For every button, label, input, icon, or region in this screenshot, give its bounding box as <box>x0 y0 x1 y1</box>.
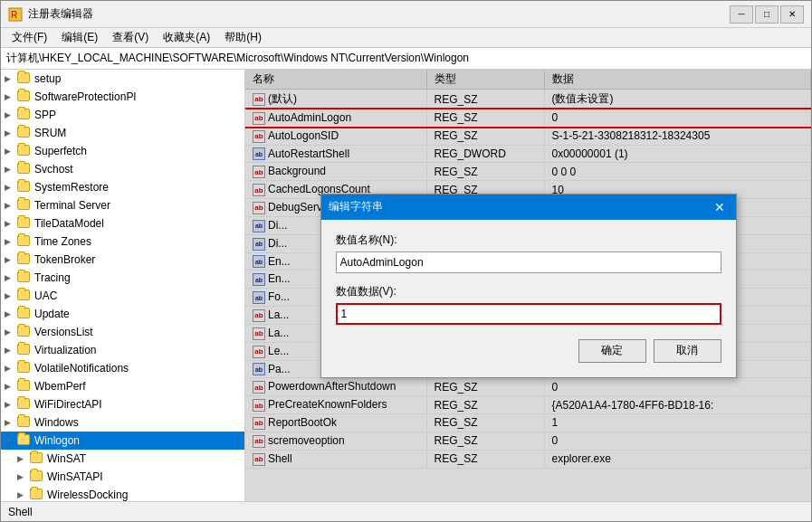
tree-item-winsatapi[interactable]: ▶ WinSATAPI <box>1 468 244 486</box>
tree-label: TileDataModel <box>34 217 104 230</box>
folder-icon <box>17 271 32 284</box>
folder-icon <box>17 181 32 194</box>
tree-arrow: ▶ <box>17 490 30 499</box>
menu-help[interactable]: 帮助(H) <box>217 28 269 47</box>
tree-item-winlogon[interactable]: ▼ Winlogon <box>1 432 244 450</box>
tree-arrow: ▶ <box>5 255 17 264</box>
folder-icon <box>17 416 32 429</box>
tree-item-spp2[interactable]: ▶ SoftwareProtectionPl <box>1 88 244 106</box>
folder-icon <box>17 380 32 393</box>
tree-item-wifidirectapi[interactable]: ▶ WiFiDirectAPI <box>1 395 244 413</box>
tree-arrow: ▼ <box>5 436 17 445</box>
folder-icon <box>17 398 32 411</box>
folder-icon <box>17 90 32 103</box>
minimize-button[interactable]: ─ <box>730 5 753 24</box>
tree-arrow: ▶ <box>5 201 17 210</box>
tree-label: SPP <box>34 109 56 121</box>
tree-item-setup[interactable]: ▶ setup <box>1 70 244 88</box>
menu-view[interactable]: 查看(V) <box>105 28 156 47</box>
menu-bar: 文件(F) 编辑(E) 查看(V) 收藏夹(A) 帮助(H) <box>1 28 811 48</box>
folder-icon <box>17 308 32 320</box>
tree-item-wbemperf[interactable]: ▶ WbemPerf <box>1 377 244 395</box>
tree-item-volatilenotifications[interactable]: ▶ VolatileNotifications <box>1 359 244 377</box>
folder-icon-open <box>17 434 32 447</box>
tree-label: Winlogon <box>34 434 80 447</box>
menu-favorites[interactable]: 收藏夹(A) <box>156 28 217 47</box>
folder-icon <box>17 235 32 248</box>
tree-arrow: ▶ <box>5 92 17 101</box>
tree-label: Svchost <box>34 163 73 176</box>
dialog-close-button[interactable]: ✕ <box>711 199 729 215</box>
tree-arrow: ▶ <box>5 110 17 119</box>
tree-item-tracing[interactable]: ▶ Tracing <box>1 269 244 287</box>
title-controls: ─ □ ✕ <box>730 5 804 24</box>
cancel-button[interactable]: 取消 <box>654 339 721 363</box>
app-title: 注册表编辑器 <box>28 6 93 22</box>
tree-item-terminalserver[interactable]: ▶ Terminal Server <box>1 196 244 214</box>
close-button[interactable]: ✕ <box>780 5 804 24</box>
tree-item-timezones[interactable]: ▶ Time Zones <box>1 233 244 251</box>
tree-item-svchost[interactable]: ▶ Svchost <box>1 160 244 178</box>
folder-icon <box>30 452 44 465</box>
tree-item-tokenbroker[interactable]: ▶ TokenBroker <box>1 251 244 269</box>
maximize-button[interactable]: □ <box>755 5 779 24</box>
folder-icon <box>17 145 32 157</box>
tree-item-wirelessdocking[interactable]: ▶ WirelessDocking <box>1 486 244 501</box>
tree-label: SystemRestore <box>34 181 109 194</box>
tree-item-tiledatamodel[interactable]: ▶ TileDataModel <box>1 214 244 233</box>
tree-label: Time Zones <box>34 235 91 248</box>
tree-arrow: ▶ <box>17 472 30 481</box>
tree-item-srum[interactable]: ▶ SRUM <box>1 124 244 142</box>
tree-item-spp[interactable]: ▶ SPP <box>1 106 244 124</box>
title-bar: R 注册表编辑器 ─ □ ✕ <box>1 1 811 28</box>
tree-label: TokenBroker <box>34 253 95 266</box>
folder-icon <box>17 326 32 338</box>
tree-arrow: ▶ <box>17 454 30 463</box>
tree-arrow: ▶ <box>5 346 17 355</box>
tree-label: UAC <box>34 289 57 302</box>
tree-arrow: ▶ <box>5 382 17 391</box>
tree-arrow: ▶ <box>5 400 17 409</box>
tree-label: setup <box>34 72 61 85</box>
tree-label: Terminal Server <box>34 199 110 212</box>
registry-panel[interactable]: 名称 类型 数据 ab(默认)REG_SZ(数值未设置)abAutoAdminL… <box>245 70 811 501</box>
tree-arrow: ▶ <box>5 165 17 174</box>
folder-icon <box>30 489 44 501</box>
dialog-title: 编辑字符串 <box>329 199 383 214</box>
tree-arrow: ▶ <box>5 74 17 83</box>
menu-edit[interactable]: 编辑(E) <box>54 28 105 47</box>
tree-label: WinSATAPI <box>47 470 103 483</box>
breadcrumb: 计算机\HKEY_LOCAL_MACHINE\SOFTWARE\Microsof… <box>1 48 811 70</box>
folder-icon <box>17 127 32 139</box>
tree-item-systemrestore[interactable]: ▶ SystemRestore <box>1 178 244 196</box>
tree-item-uac[interactable]: ▶ UAC <box>1 287 244 305</box>
tree-label: Tracing <box>34 271 71 284</box>
menu-file[interactable]: 文件(F) <box>5 28 54 47</box>
edit-string-dialog: 编辑字符串 ✕ 数值名称(N): 数值数据(V): 确定 取消 <box>320 194 737 378</box>
tree-item-virtualization[interactable]: ▶ Virtualization <box>1 341 244 359</box>
tree-label: VolatileNotifications <box>34 362 129 375</box>
tree-item-winsat[interactable]: ▶ WinSAT <box>1 450 244 468</box>
tree-label: SRUM <box>34 127 66 139</box>
folder-icon <box>17 163 32 176</box>
tree-item-windows[interactable]: ▶ Windows <box>1 413 244 432</box>
tree-item-versionslist[interactable]: ▶ VersionsList <box>1 323 244 341</box>
tree-arrow: ▶ <box>5 237 17 246</box>
value-data-input[interactable] <box>336 303 721 325</box>
tree-item-superfetch[interactable]: ▶ Superfetch <box>1 142 244 160</box>
tree-arrow: ▶ <box>5 291 17 300</box>
tree-panel[interactable]: ▶ setup ▶ SoftwareProtectionPl ▶ SPP ▶ S… <box>1 70 245 501</box>
folder-icon <box>17 199 32 212</box>
value-name-input[interactable] <box>336 252 721 273</box>
tree-arrow: ▶ <box>5 128 17 138</box>
tree-item-update[interactable]: ▶ Update <box>1 305 244 323</box>
folder-icon <box>17 217 32 230</box>
tree-label: VersionsList <box>34 326 93 338</box>
tree-label: WbemPerf <box>34 380 86 393</box>
tree-arrow: ▶ <box>5 364 17 373</box>
folder-icon <box>17 289 32 302</box>
ok-button[interactable]: 确定 <box>578 339 646 363</box>
tree-label: Windows <box>34 416 79 429</box>
breadcrumb-text: 计算机\HKEY_LOCAL_MACHINE\SOFTWARE\Microsof… <box>6 51 469 66</box>
status-bar: Shell <box>1 501 811 521</box>
